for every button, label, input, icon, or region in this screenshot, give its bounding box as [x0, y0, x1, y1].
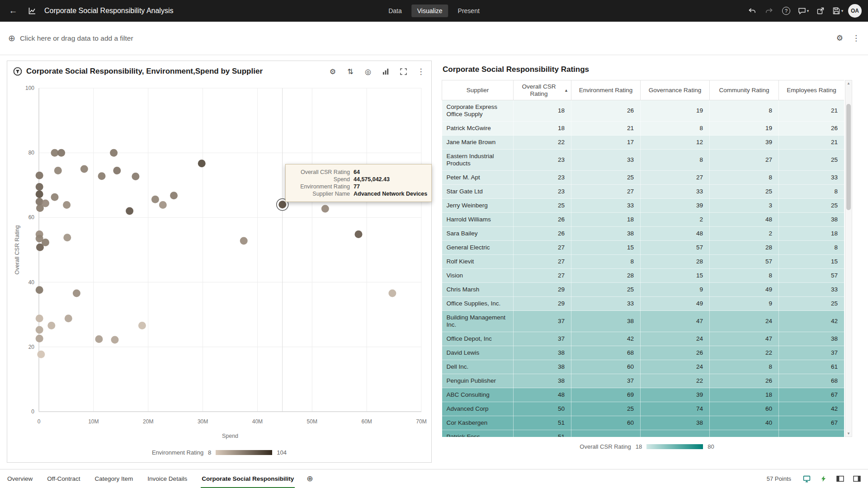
- supplier-cell[interactable]: Office Depot, Inc: [442, 332, 514, 346]
- rating-cell[interactable]: 57: [710, 255, 779, 269]
- column-header[interactable]: Environment Rating: [571, 80, 641, 100]
- rating-cell[interactable]: 28: [641, 255, 710, 269]
- table-row[interactable]: ABC Consulting4869391867: [442, 388, 844, 402]
- chart-settings-icon[interactable]: ⚙: [328, 67, 337, 76]
- table-row[interactable]: Dell Inc.386024861: [442, 360, 844, 374]
- rating-cell[interactable]: 15: [641, 269, 710, 283]
- rating-cell[interactable]: 40: [710, 416, 779, 430]
- rating-cell[interactable]: 38: [779, 213, 844, 227]
- rating-cell[interactable]: 8: [641, 150, 710, 171]
- rating-cell[interactable]: 48: [514, 388, 571, 402]
- scatter-point[interactable]: [98, 172, 106, 180]
- rating-cell[interactable]: 68: [779, 374, 844, 388]
- rating-cell[interactable]: 3: [710, 199, 779, 213]
- help-button[interactable]: ?: [779, 4, 793, 18]
- rating-cell[interactable]: 8: [641, 122, 710, 136]
- canvas-tab[interactable]: Off-Contract: [46, 469, 81, 488]
- rating-cell[interactable]: 39: [710, 136, 779, 150]
- canvas-tab[interactable]: Category Item: [94, 469, 134, 488]
- table-row[interactable]: Harrold Williams261824838: [442, 213, 844, 227]
- supplier-cell[interactable]: Patrick McGwire: [442, 122, 514, 136]
- scatter-point[interactable]: [170, 192, 178, 199]
- rating-cell[interactable]: 23: [514, 171, 571, 185]
- scatter-point[interactable]: [388, 289, 396, 297]
- rating-cell[interactable]: 26: [514, 227, 571, 241]
- undo-button[interactable]: [745, 4, 759, 18]
- rating-cell[interactable]: 19: [641, 100, 710, 122]
- scatter-point[interactable]: [73, 289, 80, 297]
- supplier-cell[interactable]: Patrick Fess: [442, 430, 514, 437]
- rating-cell[interactable]: 67: [779, 416, 844, 430]
- device-preview-icon[interactable]: [802, 474, 811, 484]
- table-row[interactable]: Building Management Inc.3738472442: [442, 311, 844, 332]
- table-row[interactable]: Jerry Weinberg253339325: [442, 199, 844, 213]
- filter-settings-icon[interactable]: ⚙: [836, 33, 843, 43]
- rating-cell[interactable]: 9: [641, 283, 710, 297]
- rating-cell[interactable]: 47: [710, 332, 779, 346]
- rating-cell[interactable]: 18: [514, 100, 571, 122]
- add-canvas-button[interactable]: ⊕: [307, 474, 313, 483]
- rating-cell[interactable]: 39: [641, 199, 710, 213]
- rating-cell[interactable]: 27: [710, 150, 779, 171]
- scatter-point[interactable]: [63, 201, 71, 209]
- scatter-point[interactable]: [80, 165, 88, 173]
- table-row[interactable]: Eastern Industrial Products233382725: [442, 150, 844, 171]
- supplier-cell[interactable]: Harrold Williams: [442, 213, 514, 227]
- rating-cell[interactable]: 25: [710, 185, 779, 199]
- rating-cell[interactable]: 26: [641, 346, 710, 360]
- canvas-tab[interactable]: Invoice Details: [146, 469, 188, 488]
- rating-cell[interactable]: 8: [710, 100, 779, 122]
- table-row[interactable]: Star Gate Ltd232733258: [442, 185, 844, 199]
- rating-cell[interactable]: 49: [641, 297, 710, 311]
- rating-cell[interactable]: 9: [710, 297, 779, 311]
- scrollbar-thumb[interactable]: [846, 104, 851, 210]
- rating-cell[interactable]: 74: [641, 402, 710, 416]
- rating-cell[interactable]: 37: [571, 374, 641, 388]
- rating-cell[interactable]: 15: [571, 241, 641, 255]
- scatter-point[interactable]: [240, 237, 248, 245]
- chart-sort-icon[interactable]: ⇅: [346, 67, 355, 76]
- supplier-cell[interactable]: ABC Consulting: [442, 388, 514, 402]
- rating-cell[interactable]: 68: [571, 346, 641, 360]
- scatter-point[interactable]: [126, 207, 133, 215]
- table-row[interactable]: General Electric271557288: [442, 241, 844, 255]
- rating-cell[interactable]: 21: [571, 122, 641, 136]
- scatter-point[interactable]: [151, 196, 159, 203]
- rating-cell[interactable]: 60: [571, 416, 641, 430]
- rating-cell[interactable]: 15: [779, 255, 844, 269]
- rating-cell[interactable]: 39: [641, 388, 710, 402]
- column-header[interactable]: Supplier: [442, 80, 514, 100]
- rating-cell[interactable]: 33: [571, 199, 641, 213]
- rating-cell[interactable]: 48: [641, 227, 710, 241]
- rating-cell[interactable]: 25: [514, 199, 571, 213]
- rating-cell[interactable]: 38: [779, 332, 844, 346]
- rating-cell[interactable]: 27: [514, 255, 571, 269]
- scroll-down-icon[interactable]: ▼: [845, 432, 852, 436]
- supplier-cell[interactable]: Chris Marsh: [442, 283, 514, 297]
- rating-cell[interactable]: 18: [514, 122, 571, 136]
- scatter-point[interactable]: [36, 335, 43, 343]
- scatter-point[interactable]: [111, 336, 119, 344]
- rating-cell[interactable]: 60: [710, 402, 779, 416]
- rating-cell[interactable]: 8: [710, 171, 779, 185]
- rating-cell[interactable]: [779, 430, 844, 437]
- rating-cell[interactable]: 24: [641, 360, 710, 374]
- rating-cell[interactable]: 38: [571, 311, 641, 332]
- rating-cell[interactable]: 42: [571, 332, 641, 346]
- rating-cell[interactable]: 24: [710, 311, 779, 332]
- rating-cell[interactable]: 61: [779, 360, 844, 374]
- save-button[interactable]: ▾: [831, 4, 844, 18]
- rating-cell[interactable]: 12: [641, 136, 710, 150]
- rating-cell[interactable]: 27: [641, 171, 710, 185]
- export-button[interactable]: [814, 4, 827, 18]
- scatter-point[interactable]: [36, 190, 43, 198]
- rating-cell[interactable]: 26: [514, 213, 571, 227]
- table-row[interactable]: Sara Bailey263848218: [442, 227, 844, 241]
- supplier-cell[interactable]: Peter M. Apt: [442, 171, 514, 185]
- rating-cell[interactable]: 28: [710, 241, 779, 255]
- rating-cell[interactable]: 60: [571, 360, 641, 374]
- rating-cell[interactable]: 17: [571, 136, 641, 150]
- scatter-point[interactable]: [37, 351, 45, 358]
- rating-cell[interactable]: 67: [779, 388, 844, 402]
- supplier-cell[interactable]: Penguin Publisher: [442, 374, 514, 388]
